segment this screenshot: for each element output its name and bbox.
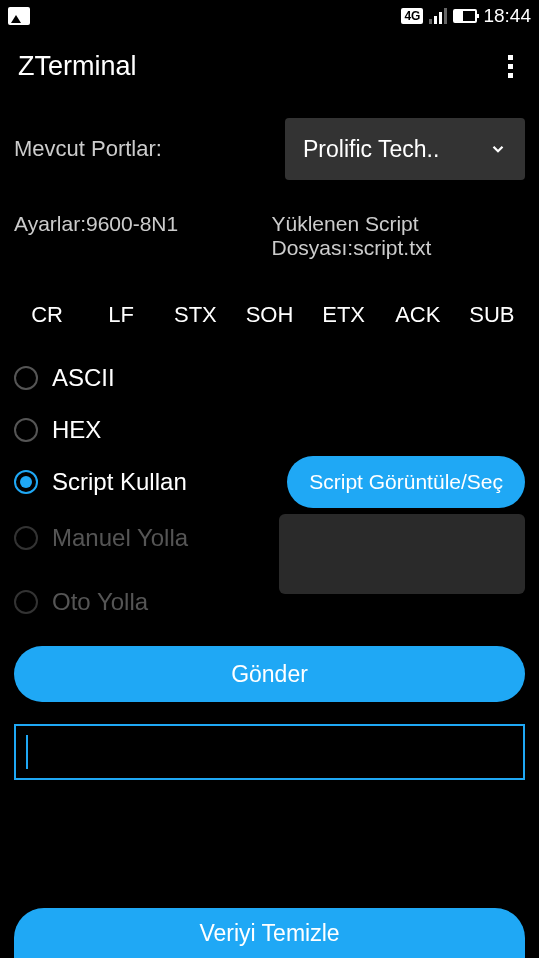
radio-label-auto: Oto Yolla [52, 588, 148, 616]
settings-config: Ayarlar:9600-8N1 [14, 212, 268, 260]
manual-input-box[interactable] [279, 514, 525, 594]
ctrl-ack[interactable]: ACK [385, 302, 451, 328]
signal-icon [429, 8, 447, 24]
radio-label-ascii: ASCII [52, 364, 115, 392]
network-badge: 4G [401, 8, 423, 24]
status-bar: 4G 18:44 [0, 0, 539, 32]
radio-script[interactable] [14, 470, 38, 494]
status-right: 4G 18:44 [401, 5, 531, 27]
clock: 18:44 [483, 5, 531, 27]
ports-row: Mevcut Portlar: Prolific Tech.. [14, 118, 525, 180]
settings-row: Ayarlar:9600-8N1 Yüklenen Script Dosyası… [14, 212, 525, 260]
radio-manual[interactable] [14, 526, 38, 550]
text-cursor [26, 735, 28, 769]
app-bar: ZTerminal [0, 32, 539, 100]
app-title: ZTerminal [18, 51, 137, 82]
ports-selected: Prolific Tech.. [303, 136, 439, 163]
chevron-down-icon [489, 140, 507, 158]
radio-row-hex[interactable]: HEX [14, 404, 525, 456]
radio-hex[interactable] [14, 418, 38, 442]
ctrl-cr[interactable]: CR [14, 302, 80, 328]
ctrl-stx[interactable]: STX [162, 302, 228, 328]
ports-dropdown[interactable]: Prolific Tech.. [285, 118, 525, 180]
send-button[interactable]: Gönder [14, 646, 525, 702]
radio-ascii[interactable] [14, 366, 38, 390]
mode-radio-group: ASCII HEX Script Kullan Script Görüntüle… [14, 352, 525, 628]
radio-row-script[interactable]: Script Kullan [14, 456, 187, 508]
radio-row-ascii[interactable]: ASCII [14, 352, 525, 404]
ctrl-etx[interactable]: ETX [311, 302, 377, 328]
control-chars-row: CR LF STX SOH ETX ACK SUB [14, 302, 525, 328]
radio-label-manual: Manuel Yolla [52, 524, 188, 552]
more-menu-icon[interactable] [500, 47, 521, 86]
clear-data-button[interactable]: Veriyi Temizle [14, 908, 525, 958]
ctrl-lf[interactable]: LF [88, 302, 154, 328]
battery-icon [453, 9, 477, 23]
settings-script: Yüklenen Script Dosyası:script.txt [268, 212, 526, 260]
ports-label: Mevcut Portlar: [14, 136, 162, 162]
view-script-button[interactable]: Script Görüntüle/Seç [287, 456, 525, 508]
ctrl-sub[interactable]: SUB [459, 302, 525, 328]
terminal-input[interactable] [14, 724, 525, 780]
radio-label-hex: HEX [52, 416, 101, 444]
radio-row-auto[interactable]: Oto Yolla [14, 576, 279, 628]
radio-row-manual[interactable]: Manuel Yolla [14, 512, 279, 564]
radio-label-script: Script Kullan [52, 468, 187, 496]
screenshot-icon [8, 7, 30, 25]
radio-auto[interactable] [14, 590, 38, 614]
status-left [8, 7, 30, 25]
ctrl-soh[interactable]: SOH [236, 302, 302, 328]
